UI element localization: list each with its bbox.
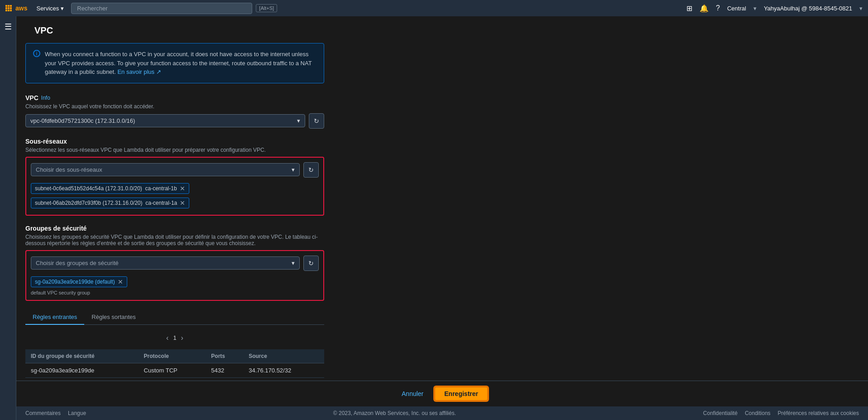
footer-conditions-link[interactable]: Conditions <box>745 410 771 416</box>
vpc-info-link[interactable]: Info <box>41 95 50 101</box>
footer-copyright: © 2023, Amazon Web Services, Inc. ou ses… <box>333 410 456 416</box>
tab-inbound[interactable]: Règles entrantes <box>25 310 84 325</box>
bell-icon[interactable]: 🔔 <box>700 4 709 13</box>
search-shortcut: [Alt+S] <box>256 4 277 12</box>
sg-description: Choisissez les groupes de sécurité VPC q… <box>25 234 324 246</box>
rules-table: ID du groupe de sécurité Protocole Ports… <box>25 349 324 378</box>
region-selector[interactable]: Central <box>727 5 746 12</box>
cell-protocol: Custom TCP <box>139 363 206 377</box>
next-page-button[interactable]: › <box>181 334 183 342</box>
footer-left: Commentaires Langue <box>25 410 86 416</box>
subnet-tag-2: subnet-06ab2b2dfd7c93f0b (172.31.16.0/20… <box>31 198 189 208</box>
footer: Commentaires Langue © 2023, Amazon Web S… <box>16 406 868 420</box>
dropdown-arrow-icon: ▾ <box>292 260 295 266</box>
services-button[interactable]: Services ▾ <box>33 3 67 14</box>
nav-right: ⊞ 🔔 ? Central ▾ YahyaAbulhaj @ 5984-8545… <box>686 4 863 13</box>
cell-ports: 5432 <box>206 363 243 377</box>
save-button[interactable]: Enregistrer <box>434 386 488 401</box>
cell-sg-id: sg-0a209a3ea9ce199de <box>25 363 139 377</box>
table-row: sg-0a209a3ea9ce199de Custom TCP 5432 34.… <box>25 363 324 377</box>
vpc-label: VPC <box>25 94 38 101</box>
subnets-refresh-button[interactable]: ↻ <box>303 162 319 178</box>
sg-input-area: Choisir des groupes de sécurité ▾ ↻ sg-0… <box>25 250 324 301</box>
vpc-dropdown[interactable]: vpc-0fdfeb0d75721300c (172.31.0.0/16) ▾ <box>25 114 305 127</box>
sg-select-row: Choisir des groupes de sécurité ▾ ↻ <box>31 256 319 271</box>
col-source: Source <box>243 349 324 363</box>
subnets-input-area: Choisir des sous-réseaux ▾ ↻ subnet-0c6e… <box>25 157 324 216</box>
sg-label: Groupes de sécurité <box>25 225 86 232</box>
info-box: i When you connect a function to a VPC i… <box>25 43 324 83</box>
grid-icon[interactable]: ⊞ <box>686 4 692 13</box>
help-icon[interactable]: ? <box>716 4 720 12</box>
footer-privacy-link[interactable]: Confidentialité <box>703 410 738 416</box>
col-ports: Ports <box>206 349 243 363</box>
subnets-label: Sous-réseaux <box>25 138 67 145</box>
top-navigation: aws Services ▾ [Alt+S] ⊞ 🔔 ? Central ▾ Y… <box>0 0 868 16</box>
footer-comments-link[interactable]: Commentaires <box>25 410 61 416</box>
user-account[interactable]: YahyaAbulhaj @ 5984-8545-0821 <box>764 5 852 12</box>
rules-tabs: Règles entrantes Règles sortantes <box>25 310 324 325</box>
vpc-description: Choisissez le VPC auquel votre fonction … <box>25 103 324 110</box>
security-groups-section: Groupes de sécurité Choisissez les group… <box>25 225 324 301</box>
action-bar: Annuler Enregistrer <box>16 381 868 406</box>
col-sg-id: ID du groupe de sécurité <box>25 349 139 363</box>
col-protocol: Protocole <box>139 349 206 363</box>
subnets-section: Sous-réseaux Sélectionnez les sous-résea… <box>25 138 324 216</box>
external-link-icon: ↗ <box>156 68 161 75</box>
vpc-refresh-button[interactable]: ↻ <box>309 113 324 129</box>
cancel-button[interactable]: Annuler <box>396 387 429 400</box>
info-learn-more-link[interactable]: En savoir plus ↗ <box>117 68 161 75</box>
tab-outbound[interactable]: Règles sortantes <box>84 310 143 325</box>
sidebar: ☰ <box>0 16 16 420</box>
main-layout: ☰ VPC i When you connect a function to a… <box>0 16 868 420</box>
search-input[interactable] <box>71 3 252 14</box>
content-area: VPC i When you connect a function to a V… <box>16 16 868 420</box>
aws-grid-icon <box>5 5 12 11</box>
sg-tags-container: sg-0a209a3ea9ce199de (default) ✕ default… <box>31 275 319 295</box>
footer-cookies-link[interactable]: Préférences relatives aux cookies <box>778 410 859 416</box>
dropdown-arrow-icon: ▾ <box>297 117 300 124</box>
info-text: When you connect a function to a VPC in … <box>45 50 317 77</box>
aws-logo: aws <box>5 5 27 12</box>
vpc-form: VPC i When you connect a function to a V… <box>16 25 333 378</box>
cell-source: 34.76.170.52/32 <box>243 363 324 377</box>
dropdown-arrow-icon: ▾ <box>292 166 295 173</box>
menu-toggle-button[interactable]: ☰ <box>5 22 12 32</box>
sg-tag-1: sg-0a209a3ea9ce199de (default) ✕ <box>31 276 127 287</box>
subnets-select-row: Choisir des sous-réseaux ▾ ↻ <box>31 162 319 178</box>
current-page: 1 <box>173 334 176 341</box>
footer-language-link[interactable]: Langue <box>68 410 86 416</box>
prev-page-button[interactable]: ‹ <box>166 334 168 342</box>
subnets-description: Sélectionnez les sous-réseaux VPC que La… <box>25 147 324 153</box>
subnets-dropdown[interactable]: Choisir des sous-réseaux ▾ <box>31 163 300 176</box>
table-pagination: ‹ 1 › <box>25 330 324 346</box>
subnet-tag-1: subnet-0c6ead51b52d4c54a (172.31.0.0/20)… <box>31 183 189 194</box>
info-icon: i <box>33 50 40 57</box>
vpc-section: VPC Info Choisissez le VPC auquel votre … <box>25 94 324 129</box>
footer-right: Confidentialité Conditions Préférences r… <box>703 410 859 416</box>
subnet-tag-1-remove-button[interactable]: ✕ <box>180 185 185 192</box>
page-title: VPC <box>25 25 324 43</box>
chevron-down-icon: ▾ <box>61 5 64 12</box>
sg-dropdown[interactable]: Choisir des groupes de sécurité ▾ <box>31 256 300 270</box>
subnet-tags-container: subnet-0c6ead51b52d4c54a (172.31.0.0/20)… <box>31 181 319 210</box>
subnet-tag-2-remove-button[interactable]: ✕ <box>180 200 185 206</box>
sg-refresh-button[interactable]: ↻ <box>303 256 319 271</box>
sg-tag-1-remove-button[interactable]: ✕ <box>118 279 123 285</box>
vpc-select-row: vpc-0fdfeb0d75721300c (172.31.0.0/16) ▾ … <box>25 113 324 129</box>
sg-tag-1-desc: default VPC security group <box>31 290 319 295</box>
